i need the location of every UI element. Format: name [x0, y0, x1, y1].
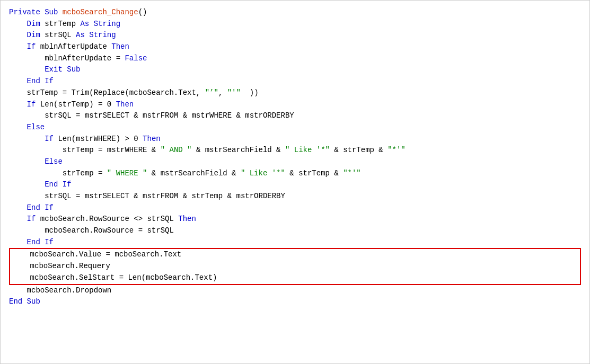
plain-token: strTemp = mstrWHERE & [63, 146, 161, 154]
keyword-token: Then [178, 215, 196, 223]
code-line: strSQL = mstrSELECT & mstrFROM & strTemp… [9, 191, 581, 202]
code-line: mcboSearch.RowSource = strSQL [9, 225, 581, 237]
code-line: Private Sub mcboSearch_Change() [9, 7, 581, 19]
code-line: Dim strSQL As String [9, 30, 581, 41]
code-line: End Sub [9, 296, 581, 308]
keyword-token: Dim [27, 20, 45, 28]
keyword-token: Then [116, 100, 134, 109]
keyword-token: Then [111, 42, 129, 51]
keyword-token: End If [27, 238, 54, 246]
string-token: " Like '*" [285, 146, 330, 154]
plain-token: strTemp = [63, 169, 107, 177]
keyword-token: If [27, 100, 40, 109]
code-line: End If [9, 202, 581, 214]
code-line: strTemp = " WHERE " & mstrSearchField & … [9, 168, 581, 180]
plain-token: & strTemp & [285, 169, 343, 177]
code-line: strSQL = mstrSELECT & mstrFROM & mstrWHE… [9, 110, 581, 122]
plain-token: strSQL [45, 31, 76, 39]
plain-token: Len(mstrWHERE) > 0 [58, 135, 143, 143]
keyword-token: End Sub [9, 297, 40, 306]
plain-token: & mstrSearchField & [147, 169, 240, 177]
plain-token: mblnAfterUpdate = [45, 54, 125, 63]
plain-token: , [218, 88, 227, 97]
code-line: If mblnAfterUpdate Then [9, 41, 581, 53]
plain-token: mcboSearch.Dropdown [27, 286, 112, 295]
plain-token: strSQL = mstrSELECT & mstrFROM & mstrWHE… [45, 111, 294, 120]
keyword-token: If [45, 135, 58, 143]
keyword-token: If [27, 215, 40, 223]
highlighted-code-block: mcboSearch.Value = mcboSearch.Text mcboS… [9, 248, 581, 285]
string-token: " AND " [161, 146, 192, 154]
keyword-token: Then [143, 135, 161, 143]
keyword-token: Private Sub [9, 8, 63, 16]
code-line: mcboSearch.Requery [12, 261, 578, 272]
plain-token: )) [241, 88, 259, 97]
plain-token: Len(strTemp) = 0 [40, 100, 116, 109]
keyword-token: End If [27, 77, 54, 85]
plain-token: mcboSearch.RowSource <> strSQL [40, 215, 178, 223]
plain-token: mcboSearch.RowSource = strSQL [45, 226, 174, 235]
code-line: Else [9, 156, 581, 168]
string-token: "*'" [343, 169, 361, 177]
string-token: "*'" [388, 146, 406, 154]
plain-token: mcboSearch.Value = mcboSearch.Text [30, 250, 182, 259]
plain-token: () [138, 8, 147, 16]
keyword-token: Else [27, 123, 45, 131]
code-line: End If [9, 76, 581, 87]
keyword-token: End If [45, 180, 71, 189]
keyword-token: If [27, 42, 40, 51]
code-line: mcboSearch.Dropdown [9, 285, 581, 297]
code-line: Exit Sub [9, 64, 581, 76]
keyword-token: As String [76, 31, 116, 39]
code-line: If Len(strTemp) = 0 Then [9, 99, 581, 111]
plain-token: strTemp = Trim(Replace(mcboSearch.Text, [27, 88, 205, 97]
string-token: "’" [205, 88, 218, 97]
code-line: mcboSearch.Value = mcboSearch.Text [12, 249, 578, 261]
string-token: "'" [227, 88, 241, 97]
plain-token: mcboSearch.Requery [30, 262, 110, 270]
code-viewer: Private Sub mcboSearch_Change() Dim strT… [0, 0, 590, 364]
plain-token: strSQL = mstrSELECT & mstrFROM & strTemp… [45, 192, 285, 200]
plain-token: & mstrSearchField & [191, 146, 285, 154]
code-line: End If [9, 179, 581, 191]
keyword-token: End If [27, 203, 54, 212]
code-line: Dim strTemp As String [9, 19, 581, 30]
code-line: End If [9, 237, 581, 248]
identifier-token: mcboSearch_Change [63, 8, 138, 16]
code-content: Private Sub mcboSearch_Change() Dim strT… [9, 7, 581, 308]
keyword-token: Exit Sub [45, 65, 80, 74]
keyword-token: Else [45, 157, 63, 166]
keyword-token: As String [80, 20, 120, 28]
code-line: mblnAfterUpdate = False [9, 53, 581, 65]
code-line: mcboSearch.SelStart = Len(mcboSearch.Tex… [12, 272, 578, 284]
plain-token: strTemp [45, 20, 80, 28]
code-line: Else [9, 122, 581, 134]
code-line: If mcboSearch.RowSource <> strSQL Then [9, 214, 581, 225]
string-token: " WHERE " [107, 169, 147, 177]
plain-token: mblnAfterUpdate [40, 42, 111, 51]
keyword-token: False [125, 54, 147, 63]
string-token: " Like '*" [241, 169, 285, 177]
plain-token: & strTemp & [330, 146, 388, 154]
code-line: strTemp = Trim(Replace(mcboSearch.Text, … [9, 87, 581, 99]
plain-token: mcboSearch.SelStart = Len(mcboSearch.Tex… [30, 273, 217, 282]
code-line: strTemp = mstrWHERE & " AND " & mstrSear… [9, 145, 581, 156]
keyword-token: Dim [27, 31, 45, 39]
code-line: If Len(mstrWHERE) > 0 Then [9, 134, 581, 145]
